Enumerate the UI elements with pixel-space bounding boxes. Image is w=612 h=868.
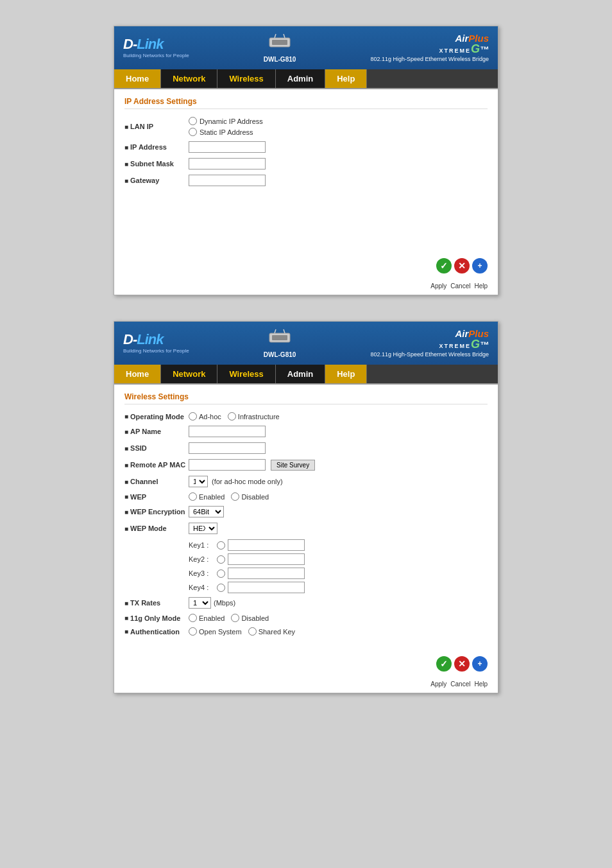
wep-encryption-select[interactable]: 64Bit 128Bit	[189, 506, 224, 517]
wep-encryption-label: ■ WEP Encryption	[124, 508, 189, 516]
channel-row: ■ Channel 12345 678910 11 (for ad-hoc mo…	[124, 476, 488, 487]
open-system-radio[interactable]	[189, 627, 197, 636]
wireless-airplus-area: AirPlus XTREMEG™ 802.11g High-Speed Ethe…	[370, 329, 489, 358]
tx-rates-select[interactable]: 125.51154	[189, 597, 211, 609]
wireless-panel: D-Link Building Networks for People DWL-…	[114, 321, 498, 693]
lan-ip-row: ■ LAN IP Dynamic IP Address Static IP Ad…	[124, 117, 488, 136]
ip-address-input[interactable]	[189, 141, 266, 153]
tx-rates-label: ■ TX Rates	[124, 599, 189, 607]
gateway-row: ■ Gateway	[124, 175, 488, 186]
wireless-nav-wireless[interactable]: Wireless	[217, 365, 275, 383]
svg-line-3	[284, 34, 285, 38]
panel-header: D-Link Building Networks for People DWL-…	[114, 26, 498, 69]
wireless-nav-help[interactable]: Help	[325, 365, 367, 383]
mode-11g-disabled-radio[interactable]	[231, 614, 239, 622]
key3-row: Key3 :	[189, 568, 488, 579]
product-subtitle: 802.11g High-Speed Ethernet Wireless Bri…	[370, 56, 489, 62]
remote-ap-mac-label: ■ Remote AP MAC	[124, 461, 189, 469]
channel-value: 12345 678910 11 (for ad-hoc mode only)	[189, 476, 283, 487]
dlink-logo: D-Link	[123, 37, 189, 51]
wireless-nav-network[interactable]: Network	[161, 365, 217, 383]
remote-ap-mac-input[interactable]	[189, 459, 266, 471]
wireless-apply-button[interactable]: ✓	[436, 656, 452, 672]
site-survey-button[interactable]: Site Survey	[271, 460, 315, 471]
wireless-device-name: DWL-G810	[264, 351, 296, 358]
page-container: D-Link Building Networks for People DWL-…	[0, 26, 612, 693]
svg-line-6	[275, 329, 276, 333]
static-ip-radio[interactable]	[189, 128, 197, 136]
authentication-radios: Open System Shared Key	[189, 627, 295, 636]
apply-action: ✓	[436, 258, 452, 273]
network-content: IP Address Settings ■ LAN IP Dynamic IP …	[114, 89, 498, 253]
wireless-panel-nav: Home Network Wireless Admin Help	[114, 365, 498, 385]
key4-input[interactable]	[228, 582, 305, 593]
tx-rates-row: ■ TX Rates 125.51154 (Mbps)	[124, 597, 488, 609]
panel-nav: Home Network Wireless Admin Help	[114, 69, 498, 89]
wireless-help-button[interactable]: +	[472, 656, 488, 672]
wireless-device-area: DWL-G810	[264, 328, 296, 358]
wireless-action-labels: Apply Cancel Help	[430, 681, 488, 688]
tx-rates-value: 125.51154 (Mbps)	[189, 597, 235, 609]
mode-11g-row: ■ 11g Only Mode Enabled Disabled	[124, 614, 488, 622]
key1-radio[interactable]	[217, 541, 225, 550]
mode-11g-radios: Enabled Disabled	[189, 614, 269, 622]
apply-button[interactable]: ✓	[436, 258, 452, 273]
wireless-section-title: Wireless Settings	[124, 392, 488, 404]
wep-disabled-radio[interactable]	[231, 492, 239, 501]
cancel-button[interactable]: ✕	[454, 258, 470, 273]
lan-ip-value: Dynamic IP Address Static IP Address	[189, 117, 263, 136]
key1-input[interactable]	[228, 539, 305, 551]
brand-tagline: Building Networks for People	[123, 53, 189, 58]
wireless-device-icon	[268, 328, 291, 350]
key4-radio[interactable]	[217, 584, 225, 592]
wireless-dlink-logo: D-Link	[123, 333, 189, 347]
nav-admin[interactable]: Admin	[276, 69, 325, 88]
key3-input[interactable]	[228, 568, 305, 579]
mode-11g-disabled-option: Disabled	[231, 614, 269, 622]
remote-ap-mac-row: ■ Remote AP MAC Site Survey	[124, 459, 488, 471]
device-area: DWL-G810	[264, 33, 296, 63]
key4-row: Key4 :	[189, 582, 488, 593]
cancel-action: ✕	[454, 258, 470, 273]
ap-name-input[interactable]	[189, 426, 266, 437]
infrastructure-radio[interactable]	[228, 412, 236, 421]
action-bar: ✓ ✕ +	[114, 253, 498, 280]
wireless-nav-admin[interactable]: Admin	[276, 365, 325, 383]
device-icon	[268, 33, 291, 55]
subnet-mask-input[interactable]	[189, 158, 266, 169]
dynamic-ip-option: Dynamic IP Address	[189, 117, 263, 125]
brand-area: D-Link Building Networks for People	[123, 37, 189, 58]
lan-ip-label: ■ LAN IP	[124, 123, 189, 130]
key3-radio[interactable]	[217, 569, 225, 578]
wep-enabled-radio[interactable]	[189, 492, 197, 501]
gateway-input[interactable]	[189, 175, 266, 186]
mode-11g-enabled-radio[interactable]	[189, 614, 197, 622]
adhoc-radio[interactable]	[189, 412, 197, 421]
ssid-input[interactable]	[189, 442, 266, 454]
ip-address-label: ■ IP Address	[124, 143, 189, 151]
subnet-mask-label: ■ Subnet Mask	[124, 160, 189, 168]
ip-type-radio-group: Dynamic IP Address Static IP Address	[189, 117, 263, 136]
key2-radio[interactable]	[217, 555, 225, 564]
shared-key-radio[interactable]	[248, 627, 257, 636]
channel-select[interactable]: 12345 678910 11	[189, 476, 208, 487]
help-button[interactable]: +	[472, 258, 488, 273]
wep-enabled-option: Enabled	[189, 492, 225, 501]
wep-mode-select[interactable]: HEX ASCII	[189, 523, 217, 534]
nav-network[interactable]: Network	[161, 69, 217, 88]
wireless-cancel-button[interactable]: ✕	[454, 656, 470, 672]
ap-name-label: ■ AP Name	[124, 428, 189, 435]
channel-note: (for ad-hoc mode only)	[212, 478, 283, 485]
nav-help[interactable]: Help	[325, 69, 367, 88]
dynamic-ip-radio[interactable]	[189, 117, 197, 125]
nav-home[interactable]: Home	[114, 69, 161, 88]
wep-mode-row: ■ WEP Mode HEX ASCII	[124, 523, 488, 534]
key2-input[interactable]	[228, 553, 305, 565]
help-label: Help	[474, 282, 488, 290]
nav-wireless[interactable]: Wireless	[217, 69, 275, 88]
wireless-nav-home[interactable]: Home	[114, 365, 161, 383]
apply-label: Apply	[430, 282, 446, 290]
operating-mode-radios: Ad-hoc Infrastructure	[189, 412, 280, 421]
wireless-help-label: Help	[474, 681, 488, 688]
wep-radios: Enabled Disabled	[189, 492, 269, 501]
